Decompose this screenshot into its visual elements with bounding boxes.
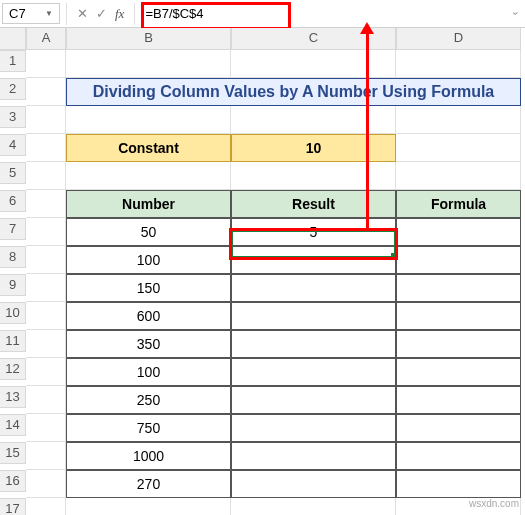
formula-cell[interactable] xyxy=(396,246,521,274)
number-cell[interactable]: 270 xyxy=(66,470,231,498)
cell[interactable] xyxy=(66,50,231,78)
formula-cell[interactable] xyxy=(396,330,521,358)
row-head[interactable]: 9 xyxy=(0,274,26,296)
row-head[interactable]: 1 xyxy=(0,50,26,72)
cell[interactable] xyxy=(26,162,66,190)
cell[interactable] xyxy=(231,106,396,134)
name-box[interactable]: C7 ▼ xyxy=(2,3,60,24)
formula-cell[interactable] xyxy=(396,218,521,246)
cell[interactable] xyxy=(66,498,231,515)
cell[interactable] xyxy=(26,106,66,134)
separator xyxy=(134,3,135,25)
formula-cell[interactable] xyxy=(396,470,521,498)
cell[interactable] xyxy=(231,498,396,515)
result-cell[interactable] xyxy=(231,386,396,414)
separator xyxy=(66,3,67,25)
name-box-dropdown-icon[interactable]: ▼ xyxy=(45,9,53,18)
cell[interactable] xyxy=(396,50,521,78)
fx-icon[interactable]: fx xyxy=(115,6,124,22)
result-cell[interactable] xyxy=(231,246,396,274)
col-head-c[interactable]: C xyxy=(231,28,396,50)
formula-cell[interactable] xyxy=(396,414,521,442)
cell[interactable] xyxy=(26,218,66,246)
cell[interactable] xyxy=(26,134,66,162)
formula-input[interactable]: =B7/$C$4 xyxy=(145,6,499,21)
formula-cell[interactable] xyxy=(396,358,521,386)
row-head[interactable]: 8 xyxy=(0,246,26,268)
cell[interactable] xyxy=(66,106,231,134)
result-cell[interactable] xyxy=(231,330,396,358)
cell[interactable] xyxy=(26,386,66,414)
row-head[interactable]: 15 xyxy=(0,442,26,464)
result-cell[interactable] xyxy=(231,274,396,302)
header-result[interactable]: Result xyxy=(231,190,396,218)
row-head[interactable]: 11 xyxy=(0,330,26,352)
formula-cell[interactable] xyxy=(396,442,521,470)
header-number[interactable]: Number xyxy=(66,190,231,218)
number-cell[interactable]: 50 xyxy=(66,218,231,246)
title-cell[interactable]: Dividing Column Values by A Number Using… xyxy=(66,78,521,106)
result-cell[interactable] xyxy=(231,442,396,470)
cell[interactable] xyxy=(396,106,521,134)
result-cell[interactable] xyxy=(231,414,396,442)
cell[interactable] xyxy=(26,246,66,274)
row-head[interactable]: 16 xyxy=(0,470,26,492)
row-head[interactable]: 12 xyxy=(0,358,26,380)
number-cell[interactable]: 100 xyxy=(66,246,231,274)
row-head[interactable]: 4 xyxy=(0,134,26,156)
name-box-value: C7 xyxy=(9,6,26,21)
col-head-a[interactable]: A xyxy=(26,28,66,50)
row-head[interactable]: 6 xyxy=(0,190,26,212)
row-head[interactable]: 5 xyxy=(0,162,26,184)
row-head[interactable]: 13 xyxy=(0,386,26,408)
formula-cell[interactable] xyxy=(396,386,521,414)
row-head[interactable]: 17 xyxy=(0,498,26,515)
cell[interactable] xyxy=(26,414,66,442)
result-cell[interactable] xyxy=(231,470,396,498)
result-cell[interactable] xyxy=(231,358,396,386)
number-cell[interactable]: 350 xyxy=(66,330,231,358)
result-cell[interactable]: 5 xyxy=(231,218,396,246)
select-all-corner[interactable] xyxy=(0,28,26,50)
col-head-b[interactable]: B xyxy=(66,28,231,50)
cell[interactable] xyxy=(231,50,396,78)
formula-cell[interactable] xyxy=(396,274,521,302)
cell[interactable] xyxy=(26,274,66,302)
enter-icon[interactable]: ✓ xyxy=(96,6,107,21)
row-head[interactable]: 2 xyxy=(0,78,26,100)
cell[interactable] xyxy=(26,358,66,386)
expand-formula-bar-icon[interactable]: › xyxy=(510,4,521,24)
cell[interactable] xyxy=(396,134,521,162)
row-head[interactable]: 7 xyxy=(0,218,26,240)
cell[interactable] xyxy=(396,162,521,190)
cancel-icon[interactable]: ✕ xyxy=(77,6,88,21)
number-cell[interactable]: 150 xyxy=(66,274,231,302)
cell[interactable] xyxy=(26,330,66,358)
number-cell[interactable]: 750 xyxy=(66,414,231,442)
cell[interactable] xyxy=(26,442,66,470)
cell[interactable] xyxy=(26,78,66,106)
formula-cell[interactable] xyxy=(396,302,521,330)
constant-value[interactable]: 10 xyxy=(231,134,396,162)
row-head[interactable]: 10 xyxy=(0,302,26,324)
number-cell[interactable]: 250 xyxy=(66,386,231,414)
row-head[interactable]: 3 xyxy=(0,106,26,128)
col-head-d[interactable]: D xyxy=(396,28,521,50)
number-cell[interactable]: 1000 xyxy=(66,442,231,470)
spreadsheet-grid[interactable]: A B C D 1 2 Dividing Column Values by A … xyxy=(0,28,525,515)
cell[interactable] xyxy=(231,162,396,190)
formula-buttons: ✕ ✓ fx xyxy=(71,6,130,22)
header-formula[interactable]: Formula xyxy=(396,190,521,218)
result-cell[interactable] xyxy=(231,302,396,330)
row-head[interactable]: 14 xyxy=(0,414,26,436)
cell[interactable] xyxy=(26,302,66,330)
cell[interactable] xyxy=(26,50,66,78)
cell[interactable] xyxy=(26,190,66,218)
formula-bar: C7 ▼ ✕ ✓ fx =B7/$C$4 › xyxy=(0,0,525,28)
cell[interactable] xyxy=(26,498,66,515)
number-cell[interactable]: 100 xyxy=(66,358,231,386)
cell[interactable] xyxy=(66,162,231,190)
cell[interactable] xyxy=(26,470,66,498)
number-cell[interactable]: 600 xyxy=(66,302,231,330)
constant-label[interactable]: Constant xyxy=(66,134,231,162)
